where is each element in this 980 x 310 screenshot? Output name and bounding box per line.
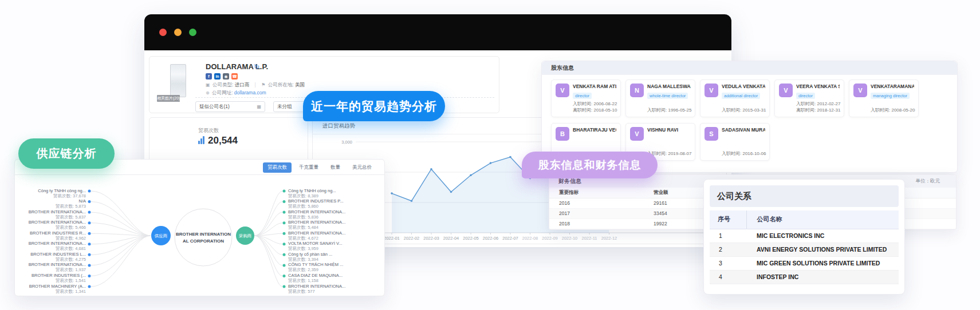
trade-count-text: 贸易次数: 1,937 bbox=[56, 267, 86, 272]
purchaser-node-dot bbox=[283, 190, 286, 193]
director-dates: 入职时间: 2016-10-06 bbox=[722, 150, 765, 157]
company-web-value[interactable]: dollarama.com bbox=[234, 90, 266, 96]
browser-title-bar bbox=[144, 14, 731, 50]
joined-date: 入职时间: 2015-03-31 bbox=[722, 107, 765, 113]
trade-count-text: 贸易次数: 37,678 bbox=[53, 193, 86, 198]
relation-row[interactable]: 2AVNI ENERGY SOLUTIONS PRIVATE LIMITED bbox=[710, 243, 899, 256]
tab-usd-total[interactable]: 美元总价 bbox=[348, 162, 376, 173]
supplier-name[interactable]: BROTHER INTERNATIONA... bbox=[29, 209, 86, 214]
trade-count-text: 贸易次数: 4,672 bbox=[288, 236, 318, 241]
director-card[interactable]: VVENKATARAMANA MAG...managing director入职… bbox=[849, 80, 919, 117]
company-web-label: 公司网址: bbox=[212, 90, 233, 96]
joined-date: 入职时间: 1996-05-25 bbox=[647, 107, 691, 113]
trade-trend-pill: 近一年的贸易趋势分析 bbox=[303, 91, 445, 121]
purchaser-name[interactable]: CASA DIAZ DE MAQUINA... bbox=[288, 273, 343, 278]
supplier-link bbox=[91, 236, 151, 276]
suspected-company-select[interactable]: 疑似公司名(1) ▦ bbox=[195, 101, 265, 112]
relation-company-name: AVNI ENERGY SOLUTIONS PRIVATE LIMITED bbox=[746, 243, 899, 256]
supplier-name[interactable]: BROTHER INDUSTRIES R... bbox=[30, 230, 86, 236]
supplier-name[interactable]: BROTHER MACHINERY (A... bbox=[29, 284, 86, 289]
financial-year: 2016 bbox=[549, 198, 644, 208]
director-avatar: V bbox=[779, 84, 793, 97]
purchaser-node-dot bbox=[283, 232, 286, 235]
trade-count-text: 贸易次数: 1,158 bbox=[288, 278, 318, 283]
director-name: BHARATIRAJU VEGIRAJU bbox=[573, 127, 616, 133]
maximize-window-icon[interactable] bbox=[189, 29, 196, 36]
phone-icon[interactable]: ☎ bbox=[231, 73, 238, 80]
linkedin-icon[interactable]: in bbox=[214, 73, 221, 80]
purchaser-name[interactable]: BROTHER INTERNATIONA... bbox=[288, 284, 345, 289]
relation-row[interactable]: 3MIC GREEN SOLUTIONS PRIVATE LIMITED bbox=[710, 256, 899, 270]
director-card[interactable]: VVENKATA RAM ATLURIdirector入职时间: 2006-08… bbox=[551, 80, 621, 117]
director-card[interactable]: SSADASIVAN MURALIKR...入职时间: 2016-10-06 bbox=[700, 123, 770, 161]
supplier-name[interactable]: Công ty TNHH công ng... bbox=[38, 188, 86, 193]
purchaser-name[interactable]: BROTHER INTERNATIONA... bbox=[288, 209, 345, 214]
close-window-icon[interactable] bbox=[159, 29, 167, 36]
director-avatar: V bbox=[630, 127, 644, 141]
purchaser-node-dot bbox=[283, 253, 286, 256]
divider: | bbox=[255, 82, 256, 88]
purchaser-name[interactable]: BROTHER INDUSTRIES P... bbox=[288, 198, 344, 204]
product-image[interactable] bbox=[170, 64, 186, 97]
relation-company-name: INFOSTEP INC bbox=[746, 270, 899, 284]
purchaser-name[interactable]: Công ty TNHH công ng... bbox=[288, 188, 336, 193]
purchaser-name[interactable]: BROTHER INTERNATIONA... bbox=[288, 230, 345, 236]
trade-count-text: 贸易次数: 4,962 bbox=[56, 236, 86, 241]
company-type-icon: ▣ bbox=[206, 82, 210, 88]
import-trend-title: 进口贸易趋势 bbox=[322, 122, 355, 130]
supplier-node-dot bbox=[88, 253, 91, 256]
joined-date: 入职时间: 2006-08-22 bbox=[573, 101, 616, 107]
supplier-node-dot bbox=[88, 275, 91, 277]
director-dates: 入职时间: 2015-03-31 bbox=[722, 107, 765, 113]
purchaser-name[interactable]: BROTHER INTERNATIONA... bbox=[288, 220, 345, 225]
relation-row[interactable]: 4INFOSTEP INC bbox=[710, 270, 899, 284]
purchaser-name[interactable]: Công ty cổ phần sản ... bbox=[288, 252, 332, 257]
relation-no: 2 bbox=[710, 243, 746, 256]
trade-count-text: 贸易次数: 5,466 bbox=[56, 225, 86, 230]
x-axis-tick-label: 2022-08 bbox=[522, 236, 538, 241]
purchaser-node-dot bbox=[283, 264, 286, 267]
purchaser-node-dot bbox=[283, 200, 286, 203]
purchaser-name[interactable]: CÔNG TY TRÁCH NHIỆM ... bbox=[288, 262, 343, 267]
purchaser-node-dot bbox=[283, 285, 286, 288]
related-images-label[interactable]: 相关图片(20) bbox=[157, 95, 180, 102]
relation-row[interactable]: 1MIC ELECTRONICS INC bbox=[710, 229, 899, 243]
minimize-window-icon[interactable] bbox=[174, 29, 182, 36]
relation-company-name: MIC ELECTRONICS INC bbox=[746, 229, 899, 243]
tab-quantity[interactable]: 数量 bbox=[326, 162, 345, 173]
data-point bbox=[509, 156, 511, 158]
refresh-icon[interactable]: ↻ bbox=[254, 63, 259, 71]
currency-unit-label: 单位：欧元 bbox=[916, 178, 940, 185]
tab-kg-weight[interactable]: 千克重量 bbox=[294, 162, 323, 173]
tab-trade-count[interactable]: 贸易次数 bbox=[263, 162, 292, 173]
x-axis-tick-label: 2022-07 bbox=[502, 236, 518, 241]
data-point bbox=[470, 174, 472, 177]
hub-company-node[interactable] bbox=[175, 209, 232, 266]
x-axis-tick-label: 2022-03 bbox=[423, 236, 439, 241]
supplier-node-dot bbox=[88, 221, 91, 224]
supplier-name[interactable]: BROTHER INTERNATIONA... bbox=[29, 241, 86, 246]
director-card[interactable]: VVEDULA VENKATA RAM...additional directo… bbox=[700, 80, 770, 117]
purchaser-name[interactable]: VOLTA MOTOR SANAYİ V... bbox=[288, 241, 343, 246]
director-name: VENKATARAMANA MAG... bbox=[871, 84, 914, 89]
supplier-name[interactable]: BROTHER INDUSTRIES L... bbox=[30, 252, 86, 257]
supplier-name[interactable]: BROTHER INTERNATIONA... bbox=[29, 262, 86, 267]
supply-chain-pill: 供应链分析 bbox=[18, 138, 115, 169]
website-icon[interactable]: ◉ bbox=[223, 73, 229, 80]
director-role-badge: additional director bbox=[722, 93, 760, 99]
trade-count-text: 贸易次数: 5,873 bbox=[56, 204, 86, 209]
supplier-name[interactable]: BROTHER INDUSTRIES (... bbox=[32, 273, 86, 278]
trade-count-text: 贸易次数: 1,541 bbox=[56, 278, 86, 283]
supplier-name[interactable]: BROTHER INTERNATIONA... bbox=[29, 220, 86, 225]
joined-date: 入职时间: 2008-05-20 bbox=[871, 107, 914, 113]
x-axis-tick-label: 2022-02 bbox=[404, 236, 420, 241]
director-card[interactable]: VVEERA VENKATA SATYA...director入职时间: 201… bbox=[774, 80, 844, 117]
company-website-row: ⊕ 公司网址: dollarama.com bbox=[206, 90, 266, 97]
director-card[interactable]: NNAGA MALLESWARA R...whole-time director… bbox=[625, 80, 695, 117]
trade-count-text: 贸易次数: 5,837 bbox=[56, 214, 86, 220]
supplier-name[interactable]: N/A bbox=[78, 198, 86, 204]
director-role-badge: whole-time director bbox=[647, 93, 688, 99]
director-role-badge: director bbox=[573, 93, 592, 99]
financial-year: 2018 bbox=[549, 218, 644, 229]
facebook-icon[interactable]: f bbox=[206, 73, 212, 80]
